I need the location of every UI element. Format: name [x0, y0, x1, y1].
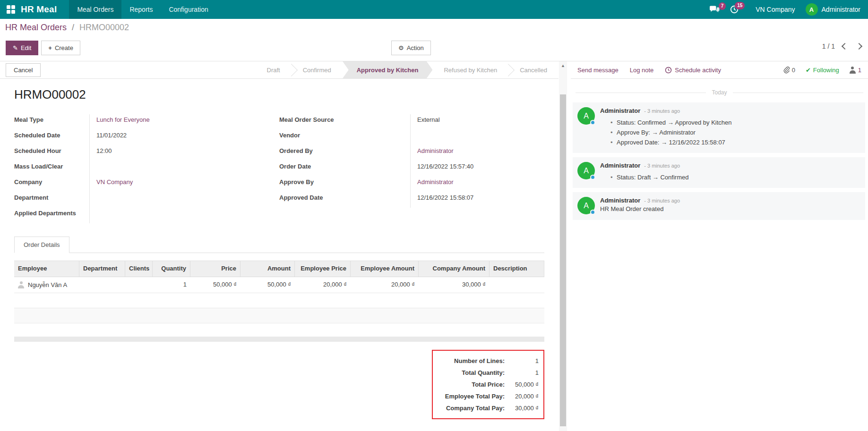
cell-employee-price: 20,000 ₫ — [295, 277, 351, 293]
field-label-approved-date: Approved Date — [279, 192, 411, 208]
status-confirmed[interactable]: Confirmed — [292, 61, 343, 79]
online-status-dot — [590, 175, 595, 180]
col-employee[interactable]: Employee — [14, 261, 79, 277]
tracking-change: Status: Draft → Confirmed — [610, 172, 860, 182]
message-author[interactable]: Administrator — [600, 162, 640, 169]
field-value-meal-order-source: External — [411, 114, 440, 123]
cancel-button[interactable]: Cancel — [6, 63, 41, 77]
online-status-dot — [590, 120, 595, 125]
app-title[interactable]: HR Meal — [21, 4, 57, 15]
messages-badge: 7 — [719, 2, 726, 10]
col-description[interactable]: Description — [490, 261, 544, 277]
message-text: HR Meal Order created — [600, 205, 860, 212]
field-value-meal-type[interactable]: Lunch for Everyone — [90, 114, 150, 123]
table-footer-strip — [14, 337, 544, 342]
user-menu[interactable]: A Administrator — [806, 3, 860, 16]
field-label-department: Department — [14, 192, 90, 208]
status-refused-by-kitchen[interactable]: Refused by Kitchen — [432, 61, 508, 79]
total-value-number-of-lines: 1 — [505, 357, 539, 364]
status-approved-by-kitchen[interactable]: Approved by Kitchen — [343, 61, 433, 79]
col-employee-price[interactable]: Employee Price — [295, 261, 351, 277]
edit-button[interactable]: ✎Edit — [6, 41, 38, 55]
field-value-vendor — [411, 130, 417, 132]
send-message-button[interactable]: Send message — [577, 67, 619, 74]
menu-meal-orders[interactable]: Meal Orders — [69, 0, 121, 19]
col-clients[interactable]: Clients — [125, 261, 153, 277]
chatter-toolbar: Send message Log note Schedule activity … — [571, 61, 868, 79]
message-timestamp: - 3 minutes ago — [644, 163, 680, 169]
top-navbar: HR Meal Meal Orders Reports Configuratio… — [0, 0, 868, 19]
app-window: HR Meal Meal Orders Reports Configuratio… — [0, 0, 868, 431]
table-row[interactable]: Nguyễn Văn A 1 50,000 ₫ 50,000 ₫ 20,000 … — [14, 277, 544, 293]
breadcrumb-parent[interactable]: HR Meal Orders — [5, 23, 67, 32]
company-switcher[interactable]: VN Company — [756, 6, 795, 13]
create-button[interactable]: +Create — [41, 41, 80, 55]
total-value-company-total-pay: 30,000 ₫ — [505, 405, 539, 412]
apps-grid-icon[interactable] — [7, 5, 15, 14]
status-cancelled[interactable]: Cancelled — [508, 61, 559, 79]
chatter-message[interactable]: A Administrator - 3 minutes ago Status: … — [573, 102, 865, 153]
followers-count: 1 — [858, 67, 861, 74]
cell-description — [490, 277, 544, 293]
total-label-employee-total-pay: Employee Total Pay: — [438, 393, 505, 400]
menu-reports[interactable]: Reports — [121, 0, 161, 19]
tab-order-details[interactable]: Order Details — [14, 237, 69, 253]
col-price[interactable]: Price — [190, 261, 241, 277]
field-label-scheduled-hour: Scheduled Hour — [14, 145, 90, 161]
cell-clients — [125, 277, 153, 293]
notebook-tabbar: Order Details — [14, 237, 544, 253]
total-label-total-quantity: Total Quantity: — [438, 369, 505, 376]
field-value-scheduled-date: 11/01/2022 — [90, 130, 127, 139]
field-value-department — [90, 192, 96, 194]
scrollbar-up-arrow[interactable]: ▲ — [559, 61, 567, 68]
col-employee-amount[interactable]: Employee Amount — [351, 261, 419, 277]
field-value-mass-load-clear — [90, 161, 96, 163]
message-avatar: A — [577, 197, 595, 214]
following-button[interactable]: ✔ Following — [806, 67, 839, 74]
pager-previous-button[interactable] — [842, 43, 848, 50]
message-author[interactable]: Administrator — [600, 107, 640, 114]
col-department[interactable]: Department — [79, 261, 125, 277]
field-value-ordered-by[interactable]: Administrator — [411, 145, 454, 154]
empty-line — [14, 308, 544, 323]
cell-company-amount: 30,000 ₫ — [419, 277, 490, 293]
attachments-button[interactable]: 0 — [783, 66, 795, 74]
pager-next-button[interactable] — [856, 43, 862, 50]
activities-icon[interactable]: 15 — [730, 5, 739, 14]
employee-avatar-icon — [18, 281, 24, 288]
message-avatar: A — [577, 162, 595, 179]
field-value-approve-by[interactable]: Administrator — [411, 177, 454, 186]
total-label-company-total-pay: Company Total Pay: — [438, 405, 505, 412]
field-label-meal-order-source: Meal Order Source — [279, 114, 411, 130]
action-button[interactable]: ⚙Action — [391, 41, 431, 55]
scrollbar-thumb[interactable] — [560, 94, 566, 426]
chatter-message[interactable]: A Administrator - 3 minutes ago Status: … — [573, 157, 865, 188]
chatter-message[interactable]: A Administrator - 3 minutes ago HR Meal … — [573, 192, 865, 220]
form-scrollbar[interactable]: ▲ — [559, 61, 567, 431]
attachments-count: 0 — [792, 67, 795, 74]
total-label-total-price: Total Price: — [438, 381, 505, 388]
messages-icon[interactable]: 7 — [710, 6, 720, 14]
field-value-company[interactable]: VN Company — [90, 177, 133, 186]
total-value-employee-total-pay: 20,000 ₫ — [505, 393, 539, 400]
message-avatar: A — [577, 107, 595, 125]
user-name: Administrator — [822, 6, 860, 13]
col-amount[interactable]: Amount — [241, 261, 295, 277]
status-draft[interactable]: Draft — [256, 61, 292, 79]
schedule-activity-button[interactable]: Schedule activity — [665, 67, 721, 74]
col-company-amount[interactable]: Company Amount — [419, 261, 490, 277]
field-label-vendor: Vendor — [279, 130, 411, 145]
field-label-meal-type: Meal Type — [14, 114, 90, 130]
field-label-mass-load-clear: Mass Load/Clear — [14, 161, 90, 177]
menu-configuration[interactable]: Configuration — [161, 0, 216, 19]
col-quantity[interactable]: Quantity — [153, 261, 190, 277]
field-label-scheduled-date: Scheduled Date — [14, 130, 90, 145]
message-author[interactable]: Administrator — [600, 197, 640, 204]
followers-button[interactable]: 1 — [850, 67, 861, 74]
record-title: HRMO00002 — [14, 87, 544, 102]
statusbar: Draft Confirmed Approved by Kitchen Refu… — [256, 61, 559, 79]
log-note-button[interactable]: Log note — [630, 67, 654, 74]
cell-amount: 50,000 ₫ — [241, 277, 295, 293]
tracking-change: Approved Date: → 12/16/2022 15:58:07 — [610, 137, 860, 147]
total-value-total-price: 50,000 ₫ — [505, 381, 539, 388]
